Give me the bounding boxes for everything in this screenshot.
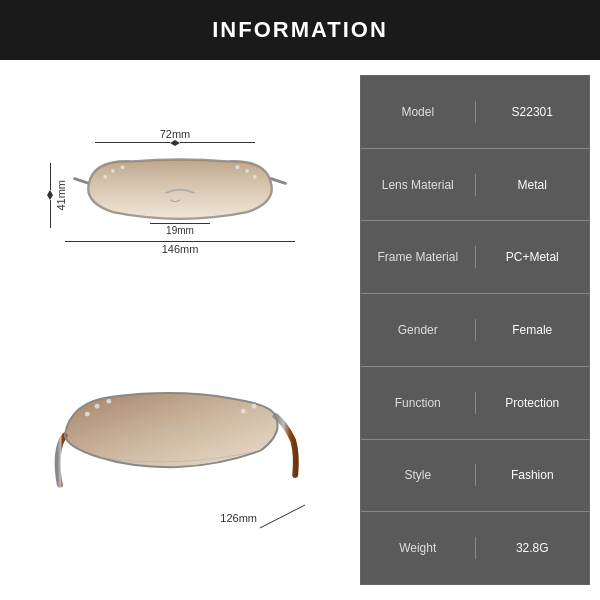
spec-key-1: Lens Material xyxy=(361,174,476,196)
spec-key-4: Function xyxy=(361,392,476,414)
glasses-front-view: 72mm 41mm xyxy=(45,123,315,273)
spec-value-4: Protection xyxy=(476,392,590,414)
dim-19mm: 19mm xyxy=(150,223,210,236)
dim-146mm: 146mm xyxy=(65,241,295,255)
spec-row-1: Lens MaterialMetal xyxy=(361,149,589,222)
svg-point-11 xyxy=(241,408,246,413)
svg-point-2 xyxy=(103,174,107,178)
spec-key-3: Gender xyxy=(361,319,476,341)
svg-point-8 xyxy=(85,411,90,416)
glasses-perspective-svg xyxy=(50,373,305,518)
dim-146mm-label: 146mm xyxy=(162,243,199,255)
dim-126mm-line xyxy=(260,503,310,533)
svg-line-0 xyxy=(75,178,89,183)
left-panel: 72mm 41mm xyxy=(10,70,350,590)
spec-key-5: Style xyxy=(361,464,476,486)
svg-point-4 xyxy=(121,165,125,169)
spec-row-4: FunctionProtection xyxy=(361,367,589,440)
spec-row-0: ModelS22301 xyxy=(361,76,589,149)
spec-key-2: Frame Material xyxy=(361,246,476,268)
specs-panel: ModelS22301Lens MaterialMetalFrame Mater… xyxy=(360,75,590,585)
svg-point-12 xyxy=(252,403,257,408)
spec-row-6: Weight32.8G xyxy=(361,512,589,584)
svg-point-3 xyxy=(111,169,115,173)
svg-point-5 xyxy=(253,174,257,178)
spec-row-3: GenderFemale xyxy=(361,294,589,367)
dim-41mm: 41mm xyxy=(47,163,67,228)
main-content: 72mm 41mm xyxy=(0,60,600,600)
spec-value-5: Fashion xyxy=(476,464,590,486)
dim-126mm-label: 126mm xyxy=(220,512,257,524)
dim-126mm: 126mm xyxy=(220,503,310,533)
svg-point-10 xyxy=(106,398,111,403)
spec-key-0: Model xyxy=(361,101,476,123)
svg-point-9 xyxy=(95,403,100,408)
spec-row-5: StyleFashion xyxy=(361,440,589,513)
spec-row-2: Frame MaterialPC+Metal xyxy=(361,221,589,294)
spec-value-2: PC+Metal xyxy=(476,246,590,268)
spec-value-6: 32.8G xyxy=(476,537,590,559)
dim-72mm-label: 72mm xyxy=(160,128,191,140)
spec-value-3: Female xyxy=(476,319,590,341)
svg-point-7 xyxy=(236,165,240,169)
spec-value-1: Metal xyxy=(476,174,590,196)
header: INFORMATION xyxy=(0,0,600,60)
dim-19mm-label: 19mm xyxy=(166,225,194,236)
svg-line-1 xyxy=(271,178,285,183)
svg-line-13 xyxy=(260,505,305,528)
dim-72mm: 72mm xyxy=(95,128,255,146)
spec-key-6: Weight xyxy=(361,537,476,559)
svg-point-6 xyxy=(245,169,249,173)
spec-value-0: S22301 xyxy=(476,101,590,123)
glasses-perspective-view: 126mm xyxy=(45,368,315,538)
page-title: INFORMATION xyxy=(212,17,388,43)
